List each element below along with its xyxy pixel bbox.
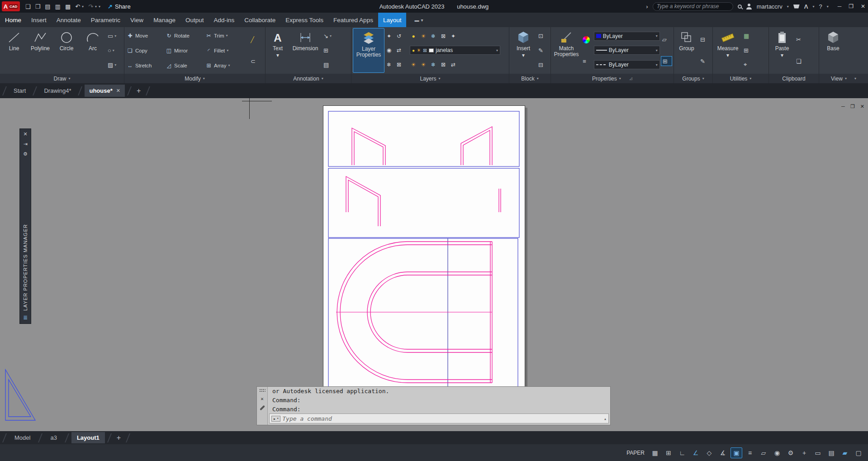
edit-block-button[interactable]: ✎ — [537, 45, 549, 55]
panel-label-utilities[interactable]: Utilities ▾ — [713, 74, 768, 83]
rotate-button[interactable]: ↻Rotate — [165, 30, 204, 41]
group-button[interactable]: Group — [675, 28, 698, 73]
command-history-expand-icon[interactable]: ▴ — [604, 416, 607, 421]
search-collapse-icon[interactable]: › — [646, 3, 648, 10]
grid-icon[interactable]: ▦ — [649, 447, 661, 458]
match-properties-button[interactable]: Match Properties — [552, 28, 580, 73]
multileader-button[interactable]: ↘ ▾ — [322, 31, 345, 41]
layer-lock-tool-icon[interactable]: ⊠ — [395, 62, 403, 68]
clean-screen-icon[interactable]: ▢ — [853, 447, 864, 458]
layer-off-icon[interactable]: ☀ — [410, 62, 417, 68]
palette-settings-icon[interactable]: ⚙ — [23, 149, 28, 159]
group-edit-button[interactable]: ✎ — [699, 56, 711, 66]
layer-freeze-tool-icon[interactable]: ❄ — [385, 62, 393, 68]
workspace-icon[interactable]: ⚙ — [785, 447, 797, 458]
panel-label-modify[interactable]: Modify ▾ — [124, 74, 265, 83]
layer-freeze-all-icon[interactable]: ❄ — [430, 62, 437, 68]
user-name[interactable]: martaccrv — [757, 3, 783, 10]
create-block-button[interactable]: ⊡ — [537, 31, 549, 41]
minimize-button[interactable]: ─ — [838, 3, 842, 10]
redo-icon[interactable]: ↷ — [88, 3, 93, 10]
command-window[interactable]: ✕ or Autodesk licensed application. Comm… — [256, 386, 611, 425]
user-avatar-icon[interactable] — [746, 4, 752, 10]
panel-label-clipboard[interactable]: Clipboard — [769, 74, 819, 83]
drawing-minimize-icon[interactable]: ─ — [841, 104, 845, 109]
drawing-restore-icon[interactable]: ❐ — [850, 104, 855, 109]
plot-icon[interactable]: ▩ — [65, 3, 71, 10]
panel-label-properties[interactable]: Properties ▾ ◿ — [551, 74, 674, 83]
paper-space-label[interactable]: PAPER — [626, 450, 645, 456]
quick-properties-button[interactable]: ⊞ — [661, 56, 672, 66]
help-dropdown-icon[interactable]: ▾ — [827, 5, 829, 9]
layer-swap-icon[interactable]: ⇄ — [450, 62, 457, 68]
layer-properties-button[interactable]: Layer Properties — [353, 28, 384, 73]
command-input-row[interactable]: ▸ ▾ ▴ — [269, 413, 609, 423]
layer-turn-on-icon[interactable]: ☀ — [420, 62, 427, 68]
share-button[interactable]: ↗ Share — [108, 3, 131, 10]
panel-label-groups[interactable]: Groups ▾ — [674, 74, 712, 83]
help-icon[interactable]: ? — [819, 3, 822, 10]
user-dropdown-icon[interactable]: ▾ — [787, 5, 789, 9]
layer-lock-icon[interactable]: ⊠ — [440, 62, 447, 68]
panel-label-draw[interactable]: Draw ▾ — [0, 74, 124, 83]
tab-view[interactable]: View — [125, 13, 148, 27]
text-button[interactable]: A Text ▾ — [267, 28, 289, 73]
osnap-icon[interactable]: ▣ — [730, 447, 742, 458]
lineweight-icon[interactable]: ≡ — [744, 447, 756, 458]
drawing-close-icon[interactable]: ✕ — [860, 104, 864, 109]
scale-button[interactable]: ◿Scale — [165, 60, 204, 71]
palette-autohide-icon[interactable]: ⇥ — [23, 139, 27, 149]
circle-button[interactable]: Circle — [54, 28, 79, 73]
panel-label-view[interactable]: View ▾ ▾ — [819, 74, 868, 83]
layer-previous-icon[interactable]: ↺ — [395, 33, 403, 39]
file-tab-start[interactable]: Start — [9, 85, 30, 97]
new-layout-button[interactable]: + — [114, 434, 123, 442]
tab-collaborate[interactable]: Collaborate — [239, 13, 280, 27]
arc-button[interactable]: Arc — [80, 28, 105, 73]
layout-paper-sheet[interactable] — [323, 105, 525, 392]
tab-insert[interactable]: Insert — [26, 13, 52, 27]
redo-dropdown-icon[interactable]: ▾ — [95, 5, 97, 9]
graphics-performance-icon[interactable]: ▰ — [839, 447, 851, 458]
autodesk-logo-icon[interactable]: Λ — [804, 3, 808, 10]
file-tab-drawing4[interactable]: Drawing4* — [39, 85, 76, 97]
tab-a3[interactable]: a3 — [45, 432, 62, 443]
tab-model[interactable]: Model — [9, 432, 36, 443]
paste-button[interactable]: Paste ▾ — [770, 28, 794, 73]
polar-tracking-icon[interactable]: ∠ — [690, 447, 702, 458]
layer-walk-icon[interactable]: ⇄ — [395, 47, 403, 53]
osnap-tracking-icon[interactable]: ∡ — [717, 447, 729, 458]
ellipse-tool-button[interactable]: ○ ▾ — [106, 45, 118, 55]
snap-icon[interactable]: ⊞ — [663, 447, 674, 458]
undo-dropdown-icon[interactable]: ▾ — [82, 5, 84, 9]
stretch-button[interactable]: ↔Stretch — [126, 60, 164, 71]
restore-button[interactable]: ❐ — [849, 3, 854, 10]
layer-isolate-icon[interactable]: ◉ — [385, 47, 393, 53]
panel-label-block[interactable]: Block ▾ — [509, 74, 550, 83]
tab-manage[interactable]: Manage — [148, 13, 180, 27]
qat-customize-icon[interactable]: ▾ — [99, 5, 100, 9]
undo-icon[interactable]: ↶ — [75, 3, 80, 10]
command-close-icon[interactable]: ✕ — [261, 396, 264, 402]
cart-icon[interactable] — [793, 5, 800, 9]
mirror-button[interactable]: ◫Mirror — [165, 45, 204, 56]
quick-select-button[interactable]: ▦ — [742, 31, 760, 41]
layer-freeze-icon[interactable]: ❄ — [430, 33, 437, 39]
transparency-button[interactable]: ▱ — [661, 35, 672, 45]
block-attributes-button[interactable]: ⊟ — [537, 60, 549, 70]
id-point-button[interactable]: ⌖ — [742, 60, 760, 70]
command-prompt-icon[interactable]: ▸ ▾ — [271, 416, 280, 422]
panel-launcher-icon[interactable]: ◿ — [630, 76, 632, 81]
base-button[interactable]: Base — [821, 28, 846, 73]
new-file-icon[interactable]: ❑ — [25, 3, 31, 10]
array-button[interactable]: ⊞Array▾ — [204, 60, 248, 71]
trim-button[interactable]: ✂Trim▾ — [204, 30, 248, 41]
line-button[interactable]: Line — [1, 28, 27, 73]
plot-status-icon[interactable]: ▤ — [825, 447, 837, 458]
isolate-objects-icon[interactable]: ▭ — [812, 447, 824, 458]
search-icon[interactable] — [738, 5, 742, 9]
panel-label-annotation[interactable]: Annotation ▾ — [266, 74, 351, 83]
move-button[interactable]: ✚Move — [126, 30, 164, 41]
tab-featured-apps[interactable]: Featured Apps — [328, 13, 378, 27]
tab-add-ins[interactable]: Add-ins — [209, 13, 239, 27]
